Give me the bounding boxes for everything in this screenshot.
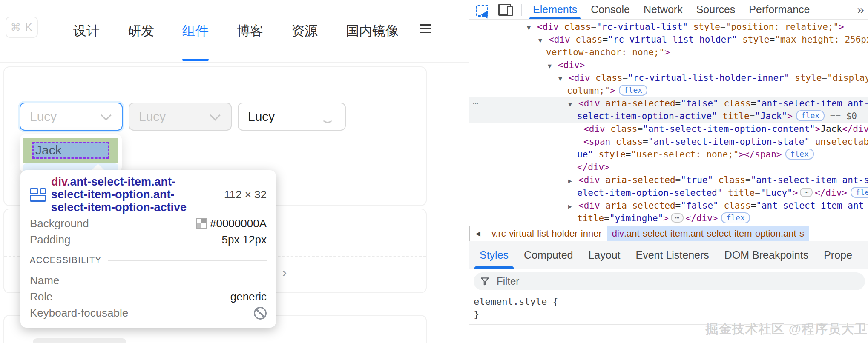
- code-segment: ▼: [558, 72, 569, 84]
- site-header: ⌘ K 设计研发组件博客资源国内镜像: [0, 0, 469, 63]
- select-focused[interactable]: Lucy: [20, 103, 123, 131]
- styles-filter-input[interactable]: [496, 274, 861, 289]
- dom-tree-line[interactable]: ▼<div class="rc-virtual-list-holder" sty…: [469, 33, 868, 46]
- code-segment: >: [610, 86, 615, 96]
- expand-ellipsis[interactable]: ⋯: [671, 213, 684, 223]
- code-segment: [719, 200, 724, 211]
- css-rule-section[interactable]: .ant-select-dropdown .ant-select-item-op…: [469, 323, 868, 343]
- nav-items: 设计研发组件博客资源国内镜像: [73, 0, 399, 62]
- dt-tab-sources[interactable]: Sources: [690, 0, 742, 19]
- code-segment: "yiminghe": [609, 213, 663, 223]
- devtools-panel: ElementsConsoleNetworkSourcesPerformance…: [469, 0, 868, 343]
- styles-filter-row: [469, 269, 868, 294]
- flex-badge[interactable]: flex: [721, 212, 750, 223]
- code-segment: >: [664, 47, 670, 57]
- code-segment: "false": [681, 98, 719, 109]
- inspect-element-icon[interactable]: [476, 3, 489, 16]
- nav-item-1[interactable]: 设计: [73, 0, 100, 62]
- breadcrumb-back-button[interactable]: ◀: [469, 226, 486, 241]
- dt-tab-performance[interactable]: Performance: [742, 0, 816, 19]
- st-tab-prope[interactable]: Prope: [816, 241, 860, 269]
- nav-item-5[interactable]: 资源: [291, 0, 318, 62]
- st-tab-computed[interactable]: Computed: [516, 241, 581, 269]
- nav-item-2[interactable]: 研发: [128, 0, 154, 62]
- code-segment: "true": [681, 175, 713, 185]
- code-segment: =: [769, 34, 775, 45]
- dom-tree-line[interactable]: ▶<div aria-selected="true" class="ant-se…: [469, 174, 868, 186]
- devtools-toolbar: ElementsConsoleNetworkSourcesPerformance…: [469, 0, 868, 20]
- dom-tree-line[interactable]: select-item-option-active" title="Jack">…: [469, 110, 868, 123]
- code-segment: =: [822, 73, 827, 83]
- dom-tree-line[interactable]: <div class="ant-select-item-option-conte…: [469, 123, 868, 135]
- chevron-down-icon: [101, 110, 111, 120]
- menu-icon[interactable]: [420, 24, 431, 33]
- code-segment: [600, 175, 606, 185]
- dom-tree-line[interactable]: ⋯▼<div aria-selected="false" class="ant-…: [469, 97, 868, 110]
- dom-tree-line[interactable]: column;">flex: [469, 84, 868, 97]
- st-tab-dom-breakpoints[interactable]: DOM Breakpoints: [717, 241, 816, 269]
- code-segment: "rc-virtual-list-holder-inner": [628, 73, 789, 83]
- select-loading[interactable]: Lucy: [238, 103, 346, 131]
- code-segment: >: [793, 188, 798, 198]
- st-tab-styles[interactable]: Styles: [472, 241, 516, 269]
- code-segment: <div: [569, 73, 590, 83]
- select-value: Lucy: [30, 109, 102, 124]
- dt-tab-console[interactable]: Console: [584, 0, 637, 19]
- dt-tab-elements[interactable]: Elements: [526, 0, 584, 19]
- dom-tree-line[interactable]: elect-item-option-selected" title="Lucy"…: [469, 186, 868, 199]
- dom-tree-line[interactable]: ▼<div class="rc-virtual-list" style="pos…: [469, 20, 868, 33]
- expand-ellipsis[interactable]: ⋯: [800, 188, 813, 197]
- code-segment: == $0: [825, 111, 857, 121]
- code-segment: ▶: [568, 200, 578, 212]
- code-segment: column;": [567, 86, 610, 96]
- dom-tree-line[interactable]: ue" style="user-select: none;"></span>fl…: [469, 148, 868, 161]
- dt-tab-network[interactable]: Network: [637, 0, 690, 19]
- code-segment: title: [728, 188, 755, 198]
- dom-tree-line[interactable]: <span class="ant-select-item-option-stat…: [469, 135, 868, 148]
- code-segment: =: [626, 149, 631, 160]
- code-segment: "ant-select-item ant-select-item-option …: [756, 98, 868, 109]
- code-segment: =: [755, 188, 760, 198]
- breadcrumb-item[interactable]: v.rc-virtual-list-holder-inner: [486, 226, 607, 241]
- code-segment: "Lucy": [760, 188, 793, 198]
- st-tab-event-listeners[interactable]: Event Listeners: [628, 241, 717, 269]
- code-segment: [570, 34, 576, 45]
- more-actions-icon[interactable]: ⋯: [473, 97, 477, 110]
- dom-tree-line[interactable]: verflow-anchor: none;">: [469, 46, 868, 59]
- code-segment: [593, 149, 599, 160]
- st-tab-layout[interactable]: Layout: [581, 241, 628, 269]
- code-segment: unselectable: [815, 137, 868, 147]
- code-segment: class: [610, 124, 637, 134]
- dom-tree-line[interactable]: </div>: [469, 161, 868, 174]
- dom-tree-line[interactable]: ▶<div aria-selected="false" class="ant-s…: [469, 199, 868, 212]
- code-segment: </div>: [577, 162, 609, 172]
- devtools-tabs: ElementsConsoleNetworkSourcesPerformance: [526, 0, 816, 19]
- element-style-rule[interactable]: element.style { }: [469, 294, 868, 325]
- code-segment: </div>: [686, 213, 718, 223]
- dropdown-option-active[interactable]: Jack: [23, 138, 118, 163]
- code-segment: class: [719, 175, 745, 185]
- flex-badge[interactable]: flex: [851, 187, 868, 198]
- select-disabled: Lucy: [129, 103, 232, 131]
- more-tabs-icon[interactable]: »: [857, 3, 864, 17]
- code-segment: style: [742, 34, 769, 45]
- nav-item-6[interactable]: 国内镜像: [346, 0, 399, 62]
- flex-badge[interactable]: flex: [785, 149, 814, 160]
- style-tabs: StylesComputedLayoutEvent ListenersDOM B…: [469, 241, 868, 269]
- flex-badge[interactable]: flex: [796, 110, 825, 121]
- code-segment: ▼: [568, 98, 578, 110]
- flex-badge[interactable]: flex: [619, 85, 647, 96]
- dom-tree-line[interactable]: ▼<div>: [469, 59, 868, 71]
- code-segment: "rc-virtual-list-holder": [608, 34, 737, 45]
- code-segment: [600, 200, 606, 211]
- code-segment: "ant-select-item ant-select-item-option": [756, 200, 868, 211]
- dom-tree-line[interactable]: title="yiminghe">⋯</div>flex: [469, 212, 868, 225]
- breadcrumb-item-selected[interactable]: div.ant-select-item.ant-select-item-opti…: [607, 226, 809, 241]
- nav-item-3[interactable]: 组件: [182, 0, 209, 62]
- toolbar-separator: [521, 4, 522, 16]
- nav-item-4[interactable]: 博客: [237, 0, 263, 62]
- dom-tree-line[interactable]: ▼<div class="rc-virtual-list-holder-inne…: [469, 71, 868, 84]
- expand-chevron-icon[interactable]: ›: [282, 264, 287, 280]
- search-shortcut-button[interactable]: ⌘ K: [6, 17, 38, 38]
- device-toolbar-icon[interactable]: [498, 4, 513, 16]
